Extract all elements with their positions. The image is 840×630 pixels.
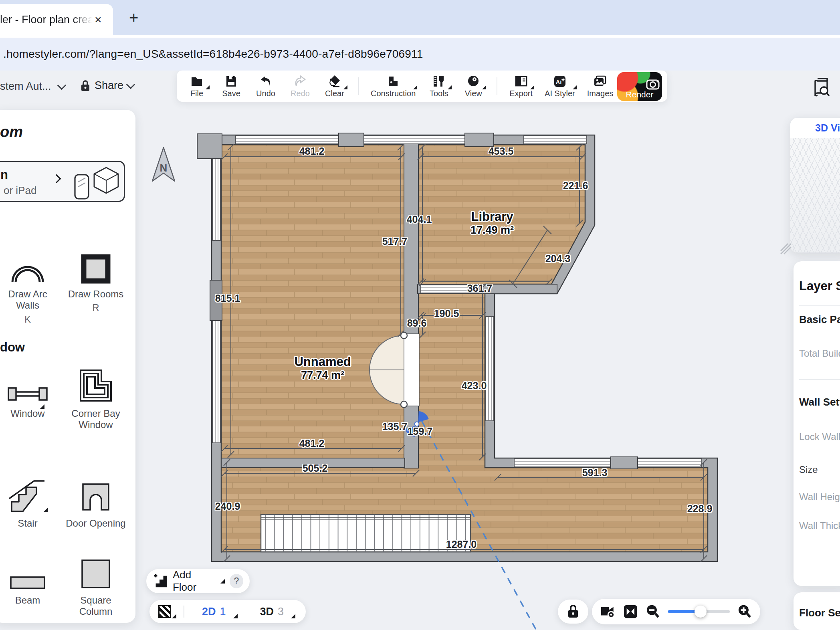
project-name-menu[interactable]: stem Aut... (0, 80, 65, 93)
window-symbol (638, 459, 702, 467)
wall-pier (465, 133, 494, 147)
zoom-slider[interactable] (668, 610, 730, 613)
render-button[interactable]: Render (617, 72, 662, 101)
scan-room-card[interactable]: n or iPad (0, 161, 125, 202)
sidebar-section-window: dow (0, 340, 25, 355)
file-button[interactable]: File (186, 74, 208, 98)
lock-icon (567, 604, 580, 619)
tab-close-icon[interactable]: × (95, 13, 102, 26)
video-camera-icon[interactable] (600, 604, 616, 619)
chevron-right-icon (52, 174, 61, 184)
redo-button[interactable]: Redo (289, 74, 311, 98)
door-hinge (401, 401, 407, 408)
divider (799, 379, 840, 380)
total-building-label: Total Buildi (799, 348, 840, 359)
zoom-in-icon[interactable] (737, 604, 753, 620)
wall-pier (197, 134, 222, 159)
door-jamb (403, 334, 419, 406)
sidebar: om n or iPad Draw Arc Walls K (0, 110, 135, 623)
project-name: stem Aut... (0, 80, 51, 93)
clear-button[interactable]: Clear (323, 74, 346, 98)
compass-north-icon: N (152, 147, 175, 181)
folder-icon (190, 74, 204, 89)
window-symbol (524, 136, 587, 144)
dropdown-corner-icon (530, 85, 534, 89)
screen: N 481.2 453.5 221.6 404.1 517.7 204.3 36… (0, 0, 840, 630)
window-symbol (212, 158, 220, 240)
wall-pier (210, 280, 222, 321)
export-icon (514, 74, 528, 89)
wall-pier (611, 457, 638, 469)
help-icon[interactable]: ? (230, 574, 243, 588)
browser-tab-bar: ler - Floor plan creat × + (0, 0, 840, 35)
floor-settings-panel: Floor Se (794, 592, 840, 630)
lock-walls-label[interactable]: Lock Walls (799, 431, 840, 442)
wall-height-label: Wall Heigh (799, 491, 840, 503)
tab-title: ler - Floor plan creat (0, 14, 92, 26)
sidebar-item-draw-rooms[interactable]: Draw Rooms R (68, 249, 124, 325)
browser-tab[interactable]: ler - Floor plan creat × (0, 4, 113, 35)
tab-3d[interactable]: 3D (260, 606, 274, 618)
construction-icon (386, 74, 400, 89)
plan-search-icon[interactable] (812, 78, 830, 99)
new-tab-button[interactable]: + (129, 9, 138, 27)
tools-button[interactable]: Tools (428, 74, 450, 98)
submenu-corner-icon (40, 404, 44, 409)
3d-view-tab[interactable]: 3D Vie (815, 122, 840, 134)
resize-handle-icon[interactable] (779, 242, 793, 256)
export-button[interactable]: Export (509, 74, 533, 98)
images-button[interactable]: Images (587, 74, 614, 98)
wall-settings-heading: Wall Sett (799, 396, 840, 408)
floor-settings-heading: Floor Se (799, 607, 840, 619)
2d-floor-number[interactable]: 1 (220, 606, 226, 618)
ai-styler-button[interactable]: Ai AI Styler (545, 74, 575, 98)
lock-view-button[interactable] (558, 600, 588, 624)
window-symbol (514, 459, 610, 467)
sidebar-item-corner-bay-window[interactable]: Corner Bay Window (66, 369, 126, 431)
stair-icon (8, 476, 48, 513)
view-button[interactable]: View (462, 74, 485, 98)
sidebar-item-door-opening[interactable]: Door Opening (66, 479, 125, 529)
wall-pier (339, 133, 364, 147)
dropdown-corner-icon (448, 85, 452, 89)
sidebar-item-stair[interactable]: Stair (8, 479, 48, 529)
corner-bay-window-icon (78, 368, 113, 403)
sidebar-item-window[interactable]: Window (8, 369, 48, 431)
stair-plus-icon (153, 573, 168, 589)
toolbar-separator (497, 77, 497, 95)
dropdown-corner-icon (573, 85, 577, 89)
window-plan-icon (8, 384, 48, 403)
construction-button[interactable]: Construction (371, 74, 416, 98)
fit-screen-icon[interactable] (623, 604, 638, 619)
save-icon (224, 74, 238, 89)
sidebar-item-square-column[interactable]: Square Column (66, 555, 126, 618)
tools-icon (432, 74, 446, 89)
interior-wall (221, 458, 405, 468)
main-toolbar: File Save Undo Redo Clear (177, 71, 667, 102)
ai-styler-icon: Ai (553, 74, 567, 89)
view-mode-bar: 2D 1 3D 3 (149, 600, 306, 623)
sidebar-item-beam[interactable]: Beam (9, 555, 46, 618)
zoom-out-icon[interactable] (645, 604, 661, 620)
url-text[interactable]: .homestyler.com/?lang=en_US&assetId=618b… (3, 48, 423, 61)
sidebar-item-draw-arc-walls[interactable]: Draw Arc Walls K (0, 249, 58, 325)
redo-icon (293, 74, 307, 89)
tab-2d[interactable]: 2D (202, 606, 216, 618)
undo-button[interactable]: Undo (254, 74, 277, 98)
door-opening-icon (80, 481, 112, 513)
add-floor-button[interactable]: Add Floor ? (146, 569, 250, 593)
render-camera-icon (644, 78, 660, 90)
beam-icon (9, 575, 46, 590)
wall-thickness-label: Wall Thickn (799, 520, 840, 531)
zoom-slider-knob[interactable] (695, 606, 707, 618)
zoom-controls (592, 599, 760, 624)
3d-view-thumbnail[interactable] (790, 138, 840, 252)
share-button[interactable]: Share (80, 79, 134, 92)
toolbar-separator (358, 77, 359, 95)
floor-pattern-icon[interactable] (158, 605, 171, 618)
dropdown-corner-icon (291, 614, 295, 618)
3d-view-card[interactable]: 3D Vie (790, 118, 840, 252)
browser-url-bar[interactable]: .homestyler.com/?lang=en_US&assetId=618b… (0, 35, 840, 71)
3d-floor-number[interactable]: 3 (278, 606, 284, 618)
save-button[interactable]: Save (220, 74, 242, 98)
